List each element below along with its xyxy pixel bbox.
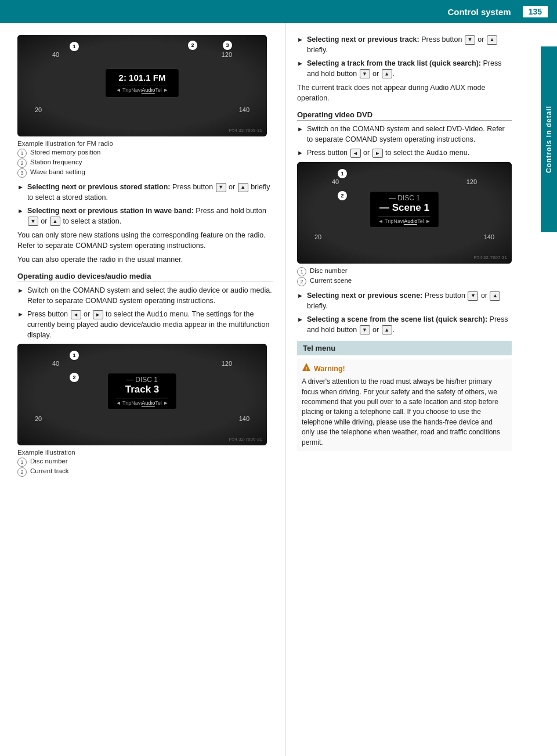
svg-text:!: !: [306, 366, 308, 372]
bullet-arrow-t2: ►: [297, 59, 303, 68]
bullet-text-2: Selecting next or previous station in wa…: [27, 206, 273, 226]
bullet-arrow-s2: ►: [297, 315, 303, 324]
bullet-text-s1: Selecting next or previous scene: Press …: [307, 291, 512, 311]
bullet-arrow-s1: ►: [297, 291, 303, 300]
cluster-badge-1: 1: [70, 42, 79, 51]
audio-nav-trip: ◄ Trip: [116, 400, 131, 406]
dvd-track-display: — DISC 1 — Scene 1 ◄ Trip Navi Audio Tel…: [370, 191, 439, 228]
audio-badge-1: 1: [70, 351, 79, 360]
fm-item-num-2: 2: [17, 159, 27, 168]
audio-item-num-2: 2: [17, 467, 27, 477]
audio-caption: Example illustration: [17, 449, 273, 456]
dvd-item-num-2: 2: [297, 277, 306, 286]
dvd-nav-navi: Navi: [393, 218, 404, 225]
dvd-num-20: 20: [314, 233, 321, 240]
fm-item-text-3: Wave band setting: [30, 168, 85, 175]
bullet-text-1: Selecting next or previous stored statio…: [27, 182, 273, 203]
bullet-arrow-d2: ►: [297, 149, 303, 157]
bullet-scene-list: ► Selecting a scene from the scene list …: [297, 315, 512, 335]
audio-item-num-1: 1: [17, 458, 27, 467]
audio-nav-row: ◄ Trip Navi Audio Tel ►: [116, 398, 168, 406]
dvd-nav-trip: ◄ Trip: [378, 218, 393, 225]
audio-item-1: 1 Disc number: [17, 458, 273, 467]
left-column: 40 120 20 140 1 2 3 2: 101.1 FM ◄ Trip N…: [0, 23, 285, 756]
bullet-dvd-1: ► Switch on the COMAND system and select…: [297, 124, 512, 145]
btn-right-a: ►: [93, 310, 103, 319]
audio-num-140: 140: [239, 415, 249, 422]
fm-caption: Example illustration for FM radio: [17, 140, 273, 147]
dvd-item-text-1: Disc number: [310, 267, 348, 274]
dvd-num-140: 140: [484, 233, 494, 240]
bullet-stored-station: ► Selecting next or previous stored stat…: [17, 182, 273, 203]
fm-item-1: 1 Stored memory position: [17, 149, 273, 158]
dvd-nav-row: ◄ Trip Navi Audio Tel ►: [378, 216, 431, 225]
fm-nav-audio: Audio: [142, 87, 155, 93]
page-number: 135: [523, 6, 548, 17]
bullet-next-scene: ► Selecting next or previous scene: Pres…: [297, 291, 512, 311]
warning-title-text: Warning!: [314, 363, 345, 374]
btn-up-1: ▲: [238, 183, 248, 192]
header-title: Control system: [447, 7, 511, 17]
bullet-text-a2: Press button ◄ or ► to select the Audio …: [27, 309, 273, 340]
btn-up-t1: ▲: [487, 35, 497, 45]
audio-item-text-1: Disc number: [30, 458, 68, 465]
audio-badge-2: 2: [70, 373, 79, 382]
btn-down-1: ▼: [216, 183, 226, 192]
dvd-image-code: P54 32-7607-31: [474, 255, 507, 260]
fm-station: 2: 101.1 FM: [116, 73, 168, 82]
dvd-num-120: 120: [466, 178, 477, 185]
fm-item-num-1: 1: [17, 149, 27, 158]
para-2: You can also operate the radio in the us…: [17, 254, 273, 265]
audio-nav-audio: Audio: [142, 400, 155, 406]
fm-item-text-1: Stored memory position: [30, 149, 100, 156]
bullet-audio-2: ► Press button ◄ or ► to select the Audi…: [17, 309, 273, 340]
bullet-dvd-2: ► Press button ◄ or ► to select the Audi…: [297, 148, 512, 159]
btn-left-d: ◄: [350, 149, 361, 158]
audio-item-text-2: Current track: [30, 467, 68, 474]
fm-nav-navi: Navi: [131, 87, 142, 93]
dvd-num-40: 40: [332, 178, 339, 185]
dvd-nav-audio: Audio: [404, 218, 417, 225]
audio-track-line: Track 3: [116, 384, 168, 395]
fm-item-text-2: Station frequency: [30, 159, 82, 165]
cluster-num-140: 140: [239, 106, 249, 113]
dvd-item-num-1: 1: [297, 267, 306, 276]
fm-image-code: P54 32-7609-31: [229, 128, 262, 133]
btn-up-s2: ▲: [382, 325, 392, 334]
fm-item-2: 2 Station frequency: [17, 159, 273, 168]
tel-menu-header: Tel menu: [297, 341, 512, 355]
warning-box: ! Warning! A driver's attention to the r…: [297, 359, 512, 451]
bullet-track-list: ► Selecting a track from the track list …: [297, 59, 512, 79]
dvd-audio-mono: Audio: [426, 149, 447, 157]
sidebar-controls-in-detail: Controls in detail: [541, 46, 557, 232]
bullet-text-a1: Switch on the COMAND system and select t…: [27, 286, 273, 306]
bullet-text-d2: Press button ◄ or ► to select the Audio …: [307, 148, 512, 159]
btn-down-s1: ▼: [468, 291, 478, 301]
btn-down-2: ▼: [28, 217, 38, 226]
fm-item-3: 3 Wave band setting: [17, 168, 273, 178]
fm-display: 2: 101.1 FM ◄ Trip Navi Audio Tel ►: [105, 69, 179, 98]
warning-title-row: ! Warning!: [302, 362, 507, 375]
audio-num-20: 20: [35, 415, 42, 422]
bullet-label-s2: Selecting a scene from the scene list (q…: [307, 315, 487, 323]
page-wrapper: Controls in detail 40 120 20 140 1 2 3 2…: [0, 23, 557, 756]
cluster-num-40: 40: [52, 51, 59, 58]
para-1: You can only store new stations using th…: [17, 230, 273, 251]
cluster-num-120: 120: [222, 51, 232, 58]
cluster-num-20: 20: [35, 106, 42, 113]
bullet-arrow-1: ►: [17, 183, 24, 192]
bullet-text-s2: Selecting a scene from the scene list (q…: [307, 315, 512, 335]
warning-body-text: A driver's attention to the road must al…: [302, 377, 500, 446]
bullet-text-d1: Switch on the COMAND system and select D…: [307, 124, 512, 145]
cluster-badge-3: 3: [223, 41, 232, 50]
bullet-arrow-a1: ►: [17, 286, 24, 295]
bullet-arrow-2: ►: [17, 207, 24, 215]
fm-item-num-3: 3: [17, 168, 27, 178]
dvd-badge-1: 1: [338, 169, 347, 178]
dvd-nav-tel: Tel ►: [417, 218, 431, 225]
audio-num-40: 40: [52, 360, 59, 367]
audio-item-2: 2 Current track: [17, 467, 273, 477]
btn-down-s2: ▼: [360, 325, 370, 334]
bullet-label-1: Selecting next or previous stored statio…: [27, 183, 171, 191]
audio-cluster-image: 40 120 20 140 1 2 — DISC 1 Track 3 ◄ Tri…: [17, 344, 267, 445]
